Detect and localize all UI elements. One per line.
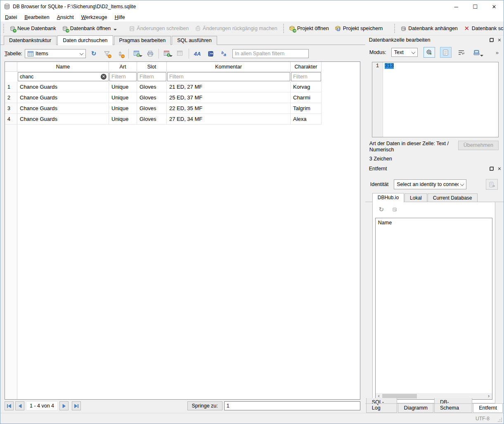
text-mode-button[interactable] — [440, 47, 452, 58]
tab-lokal[interactable]: Lokal — [405, 193, 427, 202]
push-database-button[interactable] — [486, 179, 498, 190]
tab-sql-ausfuehren[interactable]: SQL ausführen — [172, 36, 217, 45]
column-header-name[interactable]: Name — [17, 62, 109, 72]
replace-button[interactable]: ba — [218, 49, 229, 59]
cell-art[interactable]: Unique — [109, 114, 137, 125]
close-panel-icon[interactable]: × — [498, 167, 501, 171]
cell-name[interactable]: Chance Guards — [17, 103, 109, 114]
cell-art[interactable]: Unique — [109, 92, 137, 103]
cell-charakter[interactable]: Korvag — [291, 82, 322, 92]
revert-changes-button[interactable]: Änderungen rückgängig machen — [192, 24, 280, 33]
scroll-right-icon[interactable]: › — [485, 393, 492, 399]
filter-input-slot[interactable] — [140, 74, 164, 80]
open-database-dropdown-icon[interactable] — [114, 29, 117, 31]
maximize-button[interactable]: ☐ — [466, 0, 485, 13]
resize-grip[interactable] — [497, 417, 502, 422]
toolbar-handle[interactable] — [394, 24, 395, 33]
list-column-header-name[interactable]: Name — [376, 218, 492, 227]
close-panel-icon[interactable]: × — [498, 38, 501, 42]
cell-art[interactable]: Unique — [109, 103, 137, 114]
identity-select[interactable]: Select an identity to connec — [394, 179, 466, 189]
corner-header-cell[interactable] — [5, 62, 17, 72]
attach-database-button[interactable]: Datenbank anhängen — [397, 24, 461, 33]
row-number[interactable]: 2 — [5, 92, 17, 103]
tab-pragmas-bearbeiten[interactable]: Pragmas bearbeiten — [114, 36, 171, 45]
toolbar-handle[interactable] — [283, 24, 284, 33]
open-in-external-button[interactable] — [471, 47, 483, 58]
filter-input-name[interactable] — [20, 74, 101, 80]
column-header-charakter[interactable]: Charakter — [291, 62, 322, 72]
clear-filter-icon[interactable]: ✕ — [101, 74, 106, 80]
cell-kommentar[interactable]: 22 ED, 35 MF — [167, 103, 291, 114]
encoding-selector[interactable]: UTF-8 — [476, 416, 490, 422]
tab-datenbankstruktur[interactable]: Datenbankstruktur — [4, 36, 57, 45]
float-panel-icon[interactable] — [490, 38, 494, 42]
cell-charakter[interactable]: Alexa — [291, 114, 322, 125]
clone-database-button[interactable] — [389, 205, 400, 214]
cell-slot[interactable]: Gloves — [137, 114, 167, 125]
dock-tab-diagramm[interactable]: Diagramm — [398, 404, 433, 413]
menu-werkzeuge[interactable]: Werkzeuge — [78, 14, 111, 21]
list-empty-body[interactable] — [376, 227, 492, 393]
row-number[interactable]: 3 — [5, 103, 17, 114]
cell-name[interactable]: Chance Guards — [17, 92, 109, 103]
previous-record-button[interactable] — [15, 401, 24, 410]
row-number[interactable]: 1 — [5, 82, 17, 92]
row-number[interactable]: 4 — [5, 114, 17, 125]
menu-hilfe[interactable]: Hilfe — [111, 14, 129, 21]
cell-charakter[interactable]: Charmi — [291, 92, 322, 103]
first-record-button[interactable] — [5, 401, 14, 410]
edit-display-format-button[interactable]: 4A — [192, 49, 203, 59]
cell-art[interactable]: Unique — [109, 82, 137, 92]
table-row[interactable]: 1 Chance Guards Unique Gloves 21 ED, 27 … — [5, 82, 360, 92]
import-cell-button[interactable] — [424, 47, 435, 58]
dock-tab-entfernt[interactable]: Entfernt — [473, 403, 503, 413]
refresh-button[interactable]: ↻ — [88, 49, 99, 59]
filter-input-kommentar[interactable] — [169, 74, 288, 80]
goto-button[interactable]: Springe zu: — [187, 401, 222, 410]
cell-charakter[interactable]: Talgrim — [291, 103, 322, 114]
filter-input-art[interactable] — [111, 74, 135, 80]
tab-daten-durchsuchen[interactable]: Daten durchsuchen — [57, 35, 113, 45]
new-database-button[interactable]: + Neue Datenbank — [6, 24, 59, 33]
menu-ansicht[interactable]: Ansicht — [53, 14, 78, 21]
cell-editor[interactable]: 1 313 — [372, 62, 499, 137]
goto-input[interactable] — [224, 401, 360, 410]
cell-kommentar[interactable]: 27 ED, 34 MF — [167, 114, 291, 125]
open-database-button[interactable]: ➜ Datenbank öffnen — [59, 24, 120, 33]
tab-dbhub[interactable]: DBHub.io — [372, 193, 404, 203]
next-record-button[interactable] — [59, 401, 69, 410]
filter-all-columns-input[interactable] — [232, 49, 309, 58]
table-row[interactable]: 2 Chance Guards Unique Gloves 25 ED, 37 … — [5, 92, 360, 103]
cell-slot[interactable]: Gloves — [137, 82, 167, 92]
toolbar-overflow-button[interactable]: » — [496, 49, 499, 56]
tab-current-database[interactable]: Current Database — [428, 193, 478, 202]
clear-sorting-button[interactable]: − — [115, 49, 125, 59]
column-header-art[interactable]: Art — [109, 62, 137, 72]
apply-button[interactable]: Übernehmen — [458, 141, 499, 150]
toolbar-handle[interactable] — [3, 24, 4, 33]
editor-content[interactable]: 313 — [383, 62, 498, 137]
word-wrap-button[interactable] — [456, 47, 467, 58]
cell-slot[interactable]: Gloves — [137, 92, 167, 103]
dock-tab-sql-log[interactable]: SQL-Log — [366, 398, 398, 413]
table-select[interactable]: Items — [25, 49, 86, 58]
new-record-button[interactable] — [162, 49, 173, 59]
cell-name[interactable]: Chance Guards — [17, 82, 109, 92]
column-header-slot[interactable]: Slot — [137, 62, 167, 72]
find-in-table-button[interactable] — [205, 49, 216, 59]
write-changes-button[interactable]: Änderungen schreiben — [125, 24, 192, 33]
float-panel-icon[interactable] — [490, 167, 494, 171]
save-project-button[interactable]: Projekt speichern — [332, 24, 386, 33]
open-project-button[interactable]: ➜ Projekt öffnen — [286, 24, 332, 33]
table-row[interactable]: 3 Chance Guards Unique Gloves 22 ED, 35 … — [5, 103, 360, 114]
minimize-button[interactable]: ─ — [447, 0, 466, 13]
close-button[interactable]: ✕ — [485, 0, 504, 13]
remote-refresh-button[interactable]: ↻ — [376, 205, 387, 214]
menu-datei[interactable]: Datei — [1, 14, 21, 21]
last-record-button[interactable] — [72, 401, 81, 410]
mode-select[interactable]: Text — [391, 48, 418, 57]
cell-name[interactable]: Chance Guards — [17, 114, 109, 125]
close-database-button[interactable]: ✕ Datenbank schließen — [461, 24, 504, 33]
export-table-button[interactable] — [132, 49, 142, 59]
